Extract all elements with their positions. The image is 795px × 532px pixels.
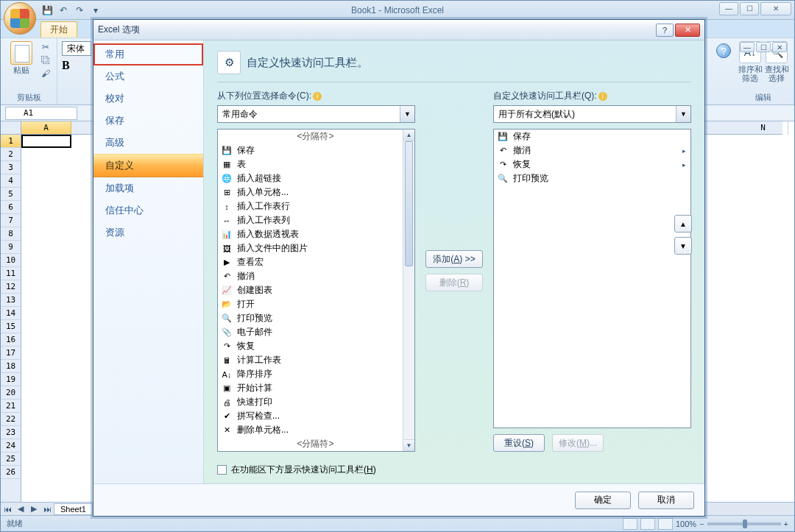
- minimize-button[interactable]: —: [719, 2, 738, 15]
- info-icon[interactable]: i: [313, 92, 322, 101]
- list-item[interactable]: 📊插入数据透视表: [218, 227, 414, 241]
- reset-button[interactable]: 重设(S): [493, 434, 545, 452]
- commands-listbox[interactable]: <分隔符>💾保存▦表🌐插入超链接⊞插入单元格...↕插入工作表行↔插入工作表列📊…: [217, 129, 415, 452]
- nav-item[interactable]: 高级: [93, 132, 203, 154]
- sheet-tab[interactable]: Sheet1: [54, 503, 93, 515]
- close-button[interactable]: ✕: [760, 2, 791, 15]
- workbook-close[interactable]: ✕: [772, 42, 787, 52]
- list-item[interactable]: ↷恢复▸: [494, 157, 690, 171]
- nav-item[interactable]: 校对: [93, 88, 203, 110]
- font-family-combo[interactable]: 宋体: [62, 41, 91, 56]
- list-item[interactable]: 📈创建图表: [218, 283, 414, 297]
- row-header[interactable]: 14: [1, 307, 21, 320]
- paste-button[interactable]: 粘贴: [5, 41, 38, 85]
- help-button[interactable]: ?: [716, 43, 731, 58]
- row-header[interactable]: 8: [1, 227, 21, 241]
- list-item[interactable]: ▣开始计算: [218, 381, 414, 395]
- zoom-in[interactable]: +: [784, 519, 788, 528]
- scroll-up[interactable]: ▲: [403, 130, 414, 141]
- row-header[interactable]: 18: [1, 360, 21, 373]
- list-separator[interactable]: <分隔符>: [218, 130, 414, 143]
- list-item[interactable]: ▦表: [218, 157, 414, 171]
- list-item[interactable]: 🖼插入文件中的图片: [218, 241, 414, 255]
- list-item[interactable]: 📂打开: [218, 297, 414, 311]
- list-item[interactable]: ↶撤消▸: [218, 269, 414, 283]
- active-cell[interactable]: [21, 135, 71, 148]
- list-separator[interactable]: <分隔符>: [218, 437, 414, 451]
- cancel-button[interactable]: 取消: [638, 492, 694, 509]
- row-header[interactable]: 12: [1, 280, 21, 294]
- row-header[interactable]: 15: [1, 320, 21, 333]
- col-header-A[interactable]: A: [21, 121, 71, 134]
- sheet-nav-prev[interactable]: ◀: [14, 504, 27, 514]
- row-header[interactable]: 11: [1, 267, 21, 280]
- row-header[interactable]: 25: [1, 453, 21, 466]
- qat-redo-icon[interactable]: ↷: [73, 4, 86, 17]
- list-item[interactable]: ↶撤消▸: [494, 143, 690, 157]
- row-header[interactable]: 5: [1, 188, 21, 201]
- ok-button[interactable]: 确定: [575, 492, 631, 509]
- scroll-down[interactable]: ▼: [403, 439, 414, 451]
- row-header[interactable]: 3: [1, 161, 21, 174]
- dialog-help-button[interactable]: ?: [656, 24, 674, 37]
- qat-undo-icon[interactable]: ↶: [57, 4, 70, 17]
- row-header[interactable]: 26: [1, 466, 21, 479]
- list-item[interactable]: ↔插入工作表列: [218, 213, 414, 227]
- view-layout[interactable]: [640, 518, 655, 530]
- row-header[interactable]: 24: [1, 439, 21, 453]
- info-icon[interactable]: i: [598, 92, 607, 101]
- dialog-close-button[interactable]: ✕: [675, 24, 700, 37]
- list-item[interactable]: 💾保存: [494, 130, 690, 143]
- sheet-nav-last[interactable]: ⏭: [40, 505, 54, 514]
- customize-qat-combo[interactable]: 用于所有文档(默认) ▼: [493, 105, 691, 123]
- zoom-slider[interactable]: [707, 522, 781, 525]
- qat-save-icon[interactable]: 💾: [40, 4, 54, 17]
- qat-customize-icon[interactable]: ▾: [89, 4, 102, 17]
- choose-commands-combo[interactable]: 常用命令 ▼: [217, 105, 415, 123]
- list-item[interactable]: A↓降序排序: [218, 367, 414, 381]
- list-item[interactable]: ⊞插入单元格...: [218, 185, 414, 199]
- list-item[interactable]: 🔍打印预览: [494, 171, 690, 185]
- nav-item[interactable]: 常用: [93, 43, 203, 65]
- nav-item[interactable]: 加载项: [93, 177, 203, 199]
- row-header[interactable]: 17: [1, 347, 21, 360]
- format-painter-icon[interactable]: 🖌: [39, 68, 52, 79]
- workbook-minimize[interactable]: —: [740, 42, 755, 52]
- move-down-button[interactable]: ▼: [674, 237, 692, 255]
- modify-button[interactable]: 修改(M)...: [552, 434, 604, 452]
- list-item[interactable]: 🖨快速打印: [218, 395, 414, 409]
- list-item[interactable]: ↷恢复▸: [218, 339, 414, 353]
- row-header[interactable]: 2: [1, 148, 21, 161]
- qat-listbox[interactable]: 💾保存↶撤消▸↷恢复▸🔍打印预览: [493, 129, 691, 428]
- tab-home[interactable]: 开始: [40, 21, 77, 38]
- zoom-out[interactable]: −: [699, 519, 704, 528]
- row-header[interactable]: 16: [1, 333, 21, 347]
- row-header[interactable]: 7: [1, 214, 21, 227]
- row-header[interactable]: 22: [1, 413, 21, 426]
- row-header[interactable]: 9: [1, 241, 21, 254]
- view-break[interactable]: [658, 518, 673, 530]
- list-item[interactable]: 🔍打印预览: [218, 311, 414, 325]
- view-normal[interactable]: [623, 518, 637, 530]
- list-item[interactable]: ✕删除单元格...: [218, 423, 414, 437]
- nav-item[interactable]: 公式: [93, 65, 203, 88]
- copy-icon[interactable]: ⿻: [39, 54, 52, 66]
- row-header[interactable]: 20: [1, 386, 21, 400]
- scrollbar[interactable]: ▲ ▼: [403, 130, 414, 451]
- list-item[interactable]: 🖩计算工作表: [218, 353, 414, 367]
- row-header[interactable]: 4: [1, 174, 21, 188]
- nav-item[interactable]: 信任中心: [93, 199, 203, 221]
- name-box[interactable]: [5, 107, 77, 120]
- col-header-N[interactable]: N: [738, 121, 788, 135]
- list-item[interactable]: 💾保存: [218, 143, 414, 157]
- remove-button[interactable]: 删除(R): [425, 274, 483, 291]
- list-item[interactable]: ✔拼写检查...: [218, 409, 414, 423]
- nav-item[interactable]: 资源: [93, 221, 203, 244]
- cut-icon[interactable]: ✂: [39, 41, 52, 53]
- row-header[interactable]: 1: [1, 135, 21, 148]
- scroll-thumb[interactable]: [405, 141, 413, 266]
- list-item[interactable]: 🌐插入超链接: [218, 171, 414, 185]
- row-header[interactable]: 23: [1, 426, 21, 439]
- add-button[interactable]: 添加(A) >>: [425, 250, 483, 268]
- row-header[interactable]: 6: [1, 201, 21, 214]
